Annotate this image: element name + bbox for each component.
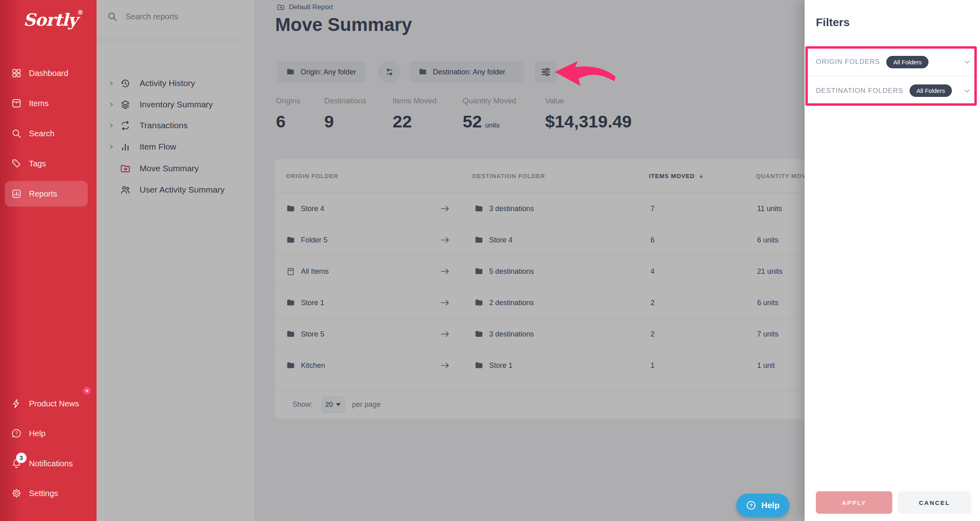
filters-panel: Filters Origin Folders All Folders Desti… [805, 0, 980, 521]
sortly-logo[interactable]: Sortly® [23, 9, 83, 30]
sidebar-item-help[interactable]: ? Help [11, 425, 45, 442]
cancel-button[interactable]: CANCEL [898, 491, 971, 514]
chevron-down-icon [963, 87, 971, 95]
filter-row-label: Origin Folders [816, 58, 880, 66]
registered-mark: ® [77, 9, 83, 16]
help-icon: ? [11, 428, 22, 439]
sidebar-item-reports[interactable]: Reports [5, 181, 88, 207]
sidebar-item-label: Product News [29, 399, 79, 408]
sidebar-item-notifications[interactable]: 3 Notifications [11, 455, 73, 472]
filter-value-pill[interactable]: All Folders [910, 84, 952, 97]
sidebar-item-label: Items [29, 99, 49, 108]
apply-button[interactable]: APPLY [816, 491, 892, 514]
dashboard-icon [11, 68, 22, 78]
sidebar-item-dashboard[interactable]: Dashboard [11, 64, 68, 82]
modal-dim-overlay[interactable] [97, 0, 805, 521]
sidebar-item-label: Settings [29, 489, 58, 498]
sidebar-item-label: Tags [29, 159, 46, 168]
sidebar-item-tags[interactable]: Tags [11, 155, 46, 172]
question-circle-icon: ? [746, 500, 756, 511]
gear-icon [11, 488, 22, 498]
help-floating-button[interactable]: ? Help [736, 494, 789, 517]
sidebar-item-product-news[interactable]: Product News [11, 395, 79, 412]
svg-text:?: ? [749, 503, 753, 509]
sidebar-item-items[interactable]: Items [11, 94, 49, 112]
tags-icon [11, 158, 22, 169]
notifications-badge: 3 [16, 453, 27, 463]
product-news-dot-badge [83, 387, 91, 395]
destination-folders-filter-row[interactable]: Destination Folders All Folders [805, 76, 980, 105]
origin-folders-filter-row[interactable]: Origin Folders All Folders [805, 47, 980, 76]
app-sidebar: Sortly® Dashboard Items Search Tags Repo… [0, 0, 97, 521]
lightning-icon [11, 398, 22, 409]
search-icon [11, 128, 22, 139]
filters-panel-title: Filters [816, 16, 850, 29]
chevron-down-icon [963, 58, 971, 66]
sidebar-item-label: Search [29, 129, 54, 138]
sidebar-item-label: Help [29, 429, 45, 438]
reports-icon [11, 189, 22, 199]
items-icon [11, 98, 22, 109]
sidebar-item-label: Notifications [29, 459, 73, 468]
sidebar-item-label: Dashboard [29, 69, 68, 78]
svg-text:?: ? [15, 431, 18, 436]
filter-value-pill[interactable]: All Folders [886, 56, 929, 68]
help-button-label: Help [761, 500, 780, 510]
sidebar-item-label: Reports [29, 189, 57, 199]
sidebar-item-settings[interactable]: Settings [11, 484, 58, 502]
filter-row-label: Destination Folders [816, 87, 903, 95]
sidebar-item-search[interactable]: Search [11, 125, 54, 142]
